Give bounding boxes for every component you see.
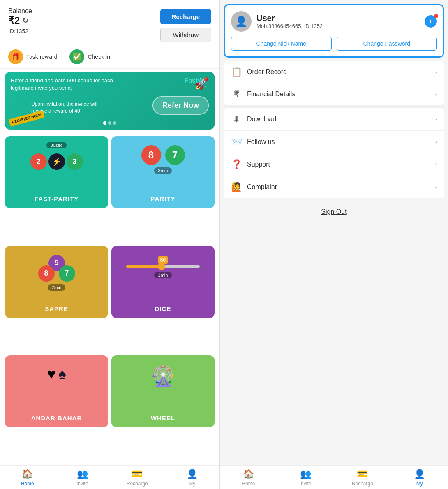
invite-icon: 👥 [77, 469, 88, 480]
right-nav-invite[interactable]: 👥 Invite [277, 466, 334, 489]
parity-title: PARITY [151, 195, 176, 202]
user-header: 👤 User Mob:38866454665, ID:1352 i Change… [224, 4, 444, 58]
banner-top: Refer a friend and earn 500 bonus for ea… [11, 77, 209, 92]
balance-info: Balance ₹2 ↻ ID:1352 [8, 7, 32, 35]
financial-details-icon: ₹ [231, 89, 242, 99]
andar-bahar-title: ANDAR BAHAR [31, 415, 82, 422]
sapre-circle-7: 7 [59, 265, 75, 282]
info-icon[interactable]: i [425, 15, 437, 28]
menu-item-download[interactable]: ⬇ Download › [224, 108, 444, 131]
chevron-financial: › [435, 90, 437, 98]
action-row: 🎁 Task reward ✅ Check in [0, 46, 219, 69]
download-label: Download [247, 116, 276, 123]
card-spades: ♠ [58, 365, 66, 382]
game-card-dice[interactable]: 50 1min DICE [111, 246, 215, 318]
left-nav-home[interactable]: 🏠 Home [0, 466, 55, 489]
balance-section: Balance ₹2 ↻ ID:1352 Recharge Withdraw [0, 0, 219, 46]
menu-item-download-left: ⬇ Download [231, 114, 276, 125]
parity-time: 3min [154, 167, 172, 174]
user-header-top: 👤 User Mob:38866454665, ID:1352 i [231, 11, 437, 32]
menu-item-order-record[interactable]: 📋 Order Record › [224, 61, 444, 83]
refresh-icon[interactable]: ↻ [22, 16, 28, 25]
balance-amount: ₹2 ↻ [8, 15, 32, 26]
referral-banner[interactable]: Refer a friend and earn 500 bonus for ea… [5, 72, 215, 130]
game-card-wheel[interactable]: 🎡 WHEEL [111, 355, 215, 427]
parity-circle-7: 7 [165, 145, 185, 165]
banner-dot-2 [108, 121, 111, 125]
right-nav-my-label: My [416, 481, 423, 487]
check-in-item[interactable]: ✅ Check in [69, 49, 110, 64]
circle-2: 2 [30, 153, 47, 170]
recharge-button[interactable]: Recharge [160, 9, 211, 24]
sign-out-section[interactable]: Sign Out [220, 198, 448, 225]
user-mob: Mob:38866454665, ID:1352 [256, 23, 323, 29]
balance-buttons: Recharge Withdraw [160, 9, 211, 42]
order-record-label: Order Record [247, 68, 287, 76]
chevron-order: › [435, 68, 437, 76]
task-reward-item[interactable]: 🎁 Task reward [8, 49, 57, 64]
right-recharge-icon: 💳 [357, 469, 368, 480]
right-my-icon: 👤 [414, 469, 425, 480]
follow-us-label: Follow us [247, 138, 275, 146]
left-nav-my-label: My [189, 481, 195, 487]
menu-item-support-left: ❓ Support [231, 159, 270, 170]
dice-slider [126, 265, 199, 268]
user-buttons: Change Nick Name Change Password [231, 37, 437, 51]
left-nav-invite-label: Invite [76, 481, 88, 487]
left-nav-invite[interactable]: 👥 Invite [55, 466, 110, 489]
fast-parity-title: FAST-PARITY [35, 195, 79, 202]
circle-lightning: ⚡ [48, 153, 65, 170]
game-card-andar-bahar[interactable]: ♥ ♠ ANDAR BAHAR [5, 355, 108, 427]
avatar: 👤 [231, 11, 252, 32]
refer-now-button[interactable]: Refer Now [152, 96, 209, 115]
dice-title: DICE [155, 305, 171, 312]
right-nav-home[interactable]: 🏠 Home [220, 466, 277, 489]
sapre-circle-8: 8 [38, 265, 55, 282]
left-nav-my[interactable]: 👤 My [165, 466, 220, 489]
dice-slider-container: 50 [126, 256, 199, 268]
banner-text: Refer a friend and earn 500 bonus for ea… [11, 77, 120, 92]
menu-item-complaint[interactable]: 🙋 Complaint › [224, 176, 444, 198]
banner-dot-1 [103, 121, 106, 125]
game-card-parity[interactable]: 8 7 3min PARITY [111, 136, 215, 208]
menu-item-order-left: 📋 Order Record [231, 67, 287, 77]
sign-out-link[interactable]: Sign Out [321, 208, 346, 215]
dice-time: 1min [154, 272, 172, 278]
game-grid: 30sec 2 ⚡ 3 FAST-PARITY 8 7 3min PARITY [0, 133, 219, 465]
card-hearts: ♥ [47, 365, 55, 382]
left-bottom-nav: 🏠 Home 👥 Invite 💳 Recharge 👤 My [0, 465, 219, 489]
chevron-follow: › [435, 138, 437, 146]
financial-details-label: Financial Details [247, 90, 295, 98]
right-nav-my[interactable]: 👤 My [391, 466, 448, 489]
complaint-icon: 🙋 [231, 182, 242, 192]
recharge-icon: 💳 [132, 469, 143, 480]
task-reward-icon: 🎁 [8, 49, 23, 64]
game-card-sapre[interactable]: 5 8 7 2min SAPRE [5, 246, 108, 318]
menu-item-financial-details[interactable]: ₹ Financial Details › [224, 83, 444, 105]
menu-item-support[interactable]: ❓ Support › [224, 153, 444, 176]
withdraw-button[interactable]: Withdraw [160, 28, 211, 42]
my-icon-left: 👤 [187, 469, 198, 480]
menu-item-follow-us[interactable]: 📨 Follow us › [224, 131, 444, 153]
user-details: User Mob:38866454665, ID:1352 [256, 14, 323, 29]
circle-3: 3 [67, 153, 83, 170]
chevron-support: › [435, 161, 437, 168]
menu-divider [224, 105, 444, 108]
change-nick-button[interactable]: Change Nick Name [231, 37, 332, 51]
home-icon: 🏠 [22, 469, 33, 480]
support-label: Support [247, 161, 270, 168]
right-nav-recharge[interactable]: 💳 Recharge [334, 466, 391, 489]
change-password-button[interactable]: Change Password [337, 37, 437, 51]
banner-dots [11, 121, 209, 125]
download-icon: ⬇ [231, 114, 242, 125]
cards-placeholder: ♥ ♠ [47, 365, 66, 382]
parity-circle-8: 8 [141, 145, 161, 165]
left-nav-recharge[interactable]: 💳 Recharge [110, 466, 165, 489]
support-icon: ❓ [231, 159, 242, 170]
right-home-icon: 🏠 [243, 469, 254, 480]
order-record-icon: 📋 [231, 67, 242, 77]
dice-value: 50 [158, 256, 168, 264]
game-card-fast-parity[interactable]: 30sec 2 ⚡ 3 FAST-PARITY [5, 136, 108, 208]
menu-list-2: ⬇ Download › 📨 Follow us › ❓ Support › 🙋… [224, 108, 444, 198]
right-spacer [220, 225, 448, 465]
